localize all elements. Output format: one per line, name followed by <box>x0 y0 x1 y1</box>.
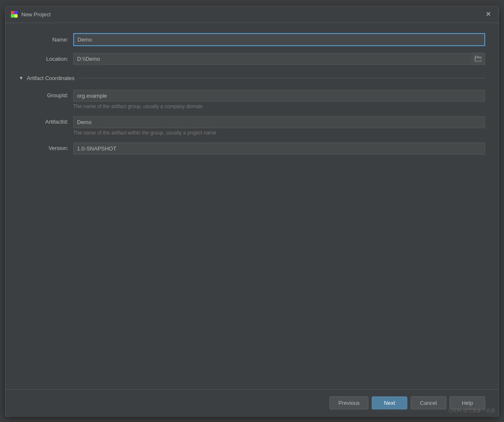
location-wrapper <box>73 53 485 65</box>
svg-rect-3 <box>14 14 18 18</box>
previous-button[interactable]: Previous <box>329 396 368 409</box>
groupid-field-wrapper: The name of the artifact group, usually … <box>73 90 485 114</box>
artifact-section-header: ▼ Artifact Coordinates <box>19 75 485 81</box>
svg-rect-1 <box>14 11 18 14</box>
section-title: Artifact Coordinates <box>27 75 75 81</box>
location-row: Location: <box>19 53 485 65</box>
section-toggle-icon[interactable]: ▼ <box>19 75 23 80</box>
dialog-content: Name: Location: ▼ Artifact Coordinates <box>5 23 499 389</box>
artifactid-field-wrapper: The name of the artifact within the grou… <box>73 116 485 141</box>
name-input[interactable] <box>73 33 485 46</box>
version-field-wrapper <box>73 142 485 155</box>
new-project-dialog: New Project ✕ Name: Location: <box>5 6 499 417</box>
artifactid-input[interactable] <box>73 116 485 128</box>
groupid-row: GroupId: The name of the artifact group,… <box>19 90 485 114</box>
app-icon <box>10 10 18 18</box>
groupid-input[interactable] <box>73 90 485 102</box>
groupid-hint: The name of the artifact group, usually … <box>73 104 485 109</box>
artifactid-hint: The name of the artifact within the grou… <box>73 130 485 136</box>
close-button[interactable]: ✕ <box>483 10 494 18</box>
svg-rect-0 <box>11 11 14 14</box>
dialog-title: New Project <box>21 11 483 18</box>
version-label: Version: <box>19 142 73 151</box>
browse-folder-button[interactable] <box>471 53 485 65</box>
cancel-button[interactable]: Cancel <box>411 396 446 409</box>
title-bar: New Project ✕ <box>5 6 499 23</box>
location-label: Location: <box>19 56 73 62</box>
version-row: Version: <box>19 142 485 155</box>
name-row: Name: <box>19 33 485 46</box>
watermark: CSDN @可爱多一点@ <box>448 407 495 414</box>
name-label: Name: <box>19 36 73 43</box>
artifactid-row: ArtifactId: The name of the artifact wit… <box>19 116 485 141</box>
location-input[interactable] <box>73 53 485 65</box>
dialog-footer: Previous Next Cancel Help <box>5 389 499 416</box>
artifactid-label: ArtifactId: <box>19 116 73 125</box>
next-button[interactable]: Next <box>372 396 407 409</box>
section-divider <box>78 78 485 78</box>
svg-rect-2 <box>11 14 14 18</box>
groupid-label: GroupId: <box>19 90 73 98</box>
version-input[interactable] <box>73 142 485 155</box>
